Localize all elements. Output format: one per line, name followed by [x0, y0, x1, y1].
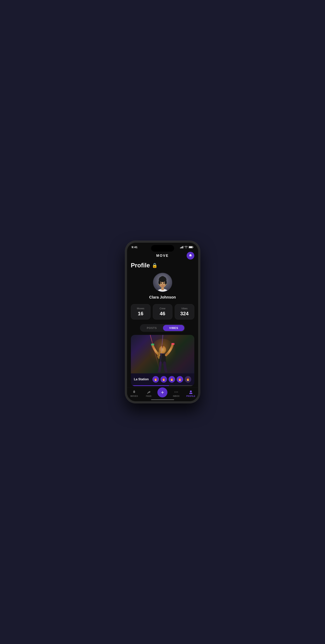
svg-point-42: [175, 392, 175, 392]
tabs-row: POSTS VIBES: [140, 324, 185, 332]
status-time: 9:41: [132, 246, 138, 249]
avatar-image: [153, 273, 172, 292]
fire-buttons: 🔥 🔥 🔥 🔥 🔥: [152, 376, 191, 382]
nav-item-profile[interactable]: PROFILE: [185, 390, 197, 397]
svg-point-22: [166, 284, 167, 285]
svg-point-43: [176, 392, 177, 392]
nav-label-profile: PROFILE: [186, 395, 195, 397]
phone-frame: 9:41: [125, 241, 200, 403]
vibes-label: Vibes: [177, 307, 192, 310]
avatar-container: [131, 273, 194, 292]
inbox-icon: [174, 390, 179, 394]
home-indicator: [151, 399, 174, 400]
dance-scene: [131, 335, 194, 373]
svg-rect-2: [182, 246, 182, 248]
card-image-dance: [131, 335, 194, 373]
stat-card-vibes[interactable]: Vibes 324: [175, 304, 194, 320]
fire-btn-1[interactable]: 🔥: [152, 376, 159, 382]
status-icons: [180, 246, 194, 248]
notification-button[interactable]: [187, 252, 194, 260]
svg-point-20: [164, 283, 164, 283]
svg-point-44: [177, 392, 178, 392]
crew-value: 46: [155, 311, 170, 316]
nav-item-feed[interactable]: FEED: [143, 390, 155, 397]
moves-value: 16: [133, 311, 148, 316]
svg-point-18: [163, 282, 165, 284]
svg-rect-25: [171, 343, 175, 345]
svg-point-16: [160, 276, 165, 280]
feed-icon: [146, 390, 151, 394]
svg-rect-3: [183, 246, 183, 248]
svg-point-19: [161, 283, 162, 283]
stat-card-crew[interactable]: Crew 46: [153, 304, 172, 320]
svg-point-46: [190, 390, 192, 392]
svg-rect-6: [189, 246, 192, 248]
tab-posts[interactable]: POSTS: [141, 325, 163, 331]
stat-card-moves[interactable]: Moves 16: [131, 304, 150, 320]
svg-rect-1: [181, 247, 181, 248]
svg-rect-45: [189, 393, 192, 394]
profile-title: Profile 🔒: [131, 262, 194, 269]
vibes-value: 324: [177, 311, 192, 316]
user-name: Clara Johnson: [131, 295, 194, 300]
svg-rect-5: [193, 247, 194, 248]
svg-point-21: [158, 284, 159, 285]
plus-icon: +: [161, 390, 164, 395]
nav-item-moves[interactable]: MOVES: [128, 390, 140, 397]
fire-btn-5[interactable]: 🔥: [185, 376, 191, 382]
wifi-icon: [185, 246, 188, 248]
nav-label-feed: FEED: [146, 395, 152, 397]
bell-icon: [189, 254, 192, 257]
fire-btn-2[interactable]: 🔥: [160, 376, 167, 382]
card-progress-bar: [131, 385, 194, 386]
card-footer: La Station 🔥 🔥 🔥 🔥 🔥: [131, 373, 194, 385]
card-venue: La Station: [134, 378, 149, 381]
nav-label-moves: MOVES: [130, 395, 138, 397]
stats-row: Moves 16 Crew 46 Vibes 324: [131, 304, 194, 320]
main-content: MOVE Profile 🔒: [127, 250, 198, 387]
screen: 9:41: [127, 243, 198, 401]
nav-item-inbox[interactable]: INBOX: [170, 390, 182, 397]
fire-btn-3[interactable]: 🔥: [169, 376, 175, 382]
nav-label-inbox: INBOX: [173, 395, 180, 397]
profile-icon: [189, 390, 193, 394]
card-la-station[interactable]: La Station 🔥 🔥 🔥 🔥 🔥: [131, 335, 194, 386]
profile-section: Profile 🔒: [127, 262, 198, 387]
app-title: MOVE: [139, 254, 187, 258]
tab-vibes[interactable]: VIBES: [163, 325, 184, 331]
signal-icon: [180, 246, 183, 248]
svg-point-17: [160, 282, 162, 284]
moves-label: Moves: [133, 307, 148, 310]
app-header: MOVE: [127, 250, 198, 262]
dynamic-island: [151, 245, 174, 252]
battery-icon: [189, 246, 194, 248]
svg-rect-0: [180, 248, 181, 248]
fire-btn-4[interactable]: 🔥: [177, 376, 183, 382]
moves-icon: [132, 390, 136, 394]
avatar[interactable]: [153, 273, 172, 292]
bottom-nav: MOVES FEED + INBOX: [127, 387, 198, 401]
nav-add-button[interactable]: +: [157, 388, 167, 398]
lock-icon: 🔒: [152, 263, 158, 268]
crew-label: Crew: [155, 307, 170, 310]
